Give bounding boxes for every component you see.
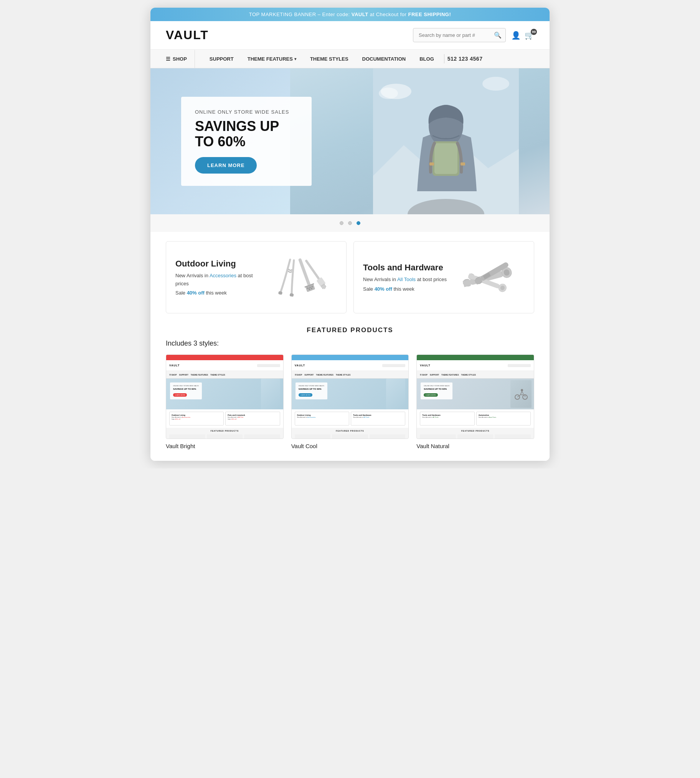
nav-blog[interactable]: BLOG [413,50,441,68]
theme-cool-label: Vault Cool [291,443,409,449]
theme-bright-preview: VAULT ☰ SHOP SUPPORT THEME FEATURES THEM… [166,354,283,439]
search-bar[interactable]: 🔍 [413,28,506,42]
theme-thumb-natural[interactable]: VAULT ☰ SHOP SUPPORT THEME FEATURES THEM… [417,354,534,449]
hero-banner: ONLINE ONLY STORE WIDE SALES SAVINGS UP … [150,68,550,214]
nav-divider [444,54,444,63]
category-tools-image [448,252,525,302]
shop-label: SHOP [173,56,187,62]
banner-code: VAULT [352,12,368,17]
category-cards: Outdoor Living New Arrivals in Accessori… [150,232,550,322]
svg-rect-7 [460,162,465,165]
category-tools-sale: Sale 40% off this week [363,286,448,292]
category-outdoor-title: Outdoor Living [175,259,260,269]
banner-text-suffix: at Checkout for [368,12,408,17]
header-right: 🔍 👤 🛒 99 [413,28,534,42]
nav-support[interactable]: SUPPORT [203,50,241,68]
site-logo: VAULT [166,28,209,42]
nav-phone: 512 123 4567 [447,50,483,68]
carousel-dot-1[interactable] [340,221,343,225]
theme-natural-preview: VAULT ☰ SHOP SUPPORT THEME FEATURES THEM… [417,354,534,439]
category-outdoor-sale: Sale 40% off this week [175,290,260,296]
hero-person-image [373,68,519,214]
theme-bright-label: Vault Bright [166,443,283,449]
theme-cool-preview: VAULT ☰ SHOP SUPPORT THEME FEATURES THEM… [291,354,409,439]
nav-documentation[interactable]: DOCUMENTATION [355,50,413,68]
nav-shop[interactable]: ☰ SHOP [166,50,195,68]
carousel-dot-2[interactable] [348,221,352,225]
cart-badge: 99 [531,29,537,35]
svg-point-9 [379,88,398,99]
category-outdoor-link[interactable]: Accessories [210,273,237,279]
carousel-dots [150,214,550,232]
hero-subtitle: ONLINE ONLY STORE WIDE SALES [195,109,298,115]
account-button[interactable]: 👤 [511,31,521,40]
site-header: VAULT 🔍 👤 🛒 99 [150,21,550,50]
chevron-down-icon: ▾ [294,57,296,61]
featured-title: FEATURED PRODUCTS [166,326,534,334]
banner-free-shipping: FREE SHIPPING! [408,12,451,17]
category-tools-link[interactable]: All Tools [397,277,416,282]
nav-theme-styles[interactable]: THEME STYLES [303,50,355,68]
svg-rect-6 [430,162,434,165]
search-input[interactable] [413,29,490,41]
theme-thumb-cool[interactable]: VAULT ☰ SHOP SUPPORT THEME FEATURES THEM… [291,354,409,449]
search-icon: 🔍 [494,32,502,38]
category-outdoor-image [260,252,337,302]
svg-point-10 [482,77,509,91]
category-tools-text: Tools and Hardware New Arrivals in All T… [363,263,448,292]
nav-theme-features[interactable]: THEME FEATURES ▾ [241,50,303,68]
account-icon: 👤 [511,31,521,40]
theme-natural-label: Vault Natural [417,443,534,449]
search-button[interactable]: 🔍 [490,28,505,42]
hero-title: SAVINGS UP TO 60% [195,119,298,149]
top-marketing-banner: TOP MARKETING BANNER – Enter code: VAULT… [150,8,550,21]
banner-text-prefix: TOP MARKETING BANNER – Enter code: [249,12,352,17]
category-tools-desc: New Arrivals in All Tools at bost prices [363,276,448,284]
category-outdoor-text: Outdoor Living New Arrivals in Accessori… [175,259,260,296]
featured-section: FEATURED PRODUCTS Includes 3 styles: VAU… [150,322,550,461]
main-nav: ☰ SHOP SUPPORT THEME FEATURES ▾ THEME ST… [150,50,550,68]
includes-label: Includes 3 styles: [166,337,534,347]
svg-rect-5 [435,143,457,174]
category-card-outdoor: Outdoor Living New Arrivals in Accessori… [166,241,347,313]
header-icons: 👤 🛒 99 [511,31,534,40]
hero-content: ONLINE ONLY STORE WIDE SALES SAVINGS UP … [181,97,312,185]
theme-thumbnails: VAULT ☰ SHOP SUPPORT THEME FEATURES THEM… [166,354,534,449]
nav-links: SUPPORT THEME FEATURES ▾ THEME STYLES DO… [203,50,534,68]
hero-learn-more-button[interactable]: LEARN MORE [195,157,257,174]
cart-button[interactable]: 🛒 99 [525,31,534,40]
category-card-tools: Tools and Hardware New Arrivals in All T… [353,241,534,313]
category-tools-title: Tools and Hardware [363,263,448,273]
hamburger-icon: ☰ [166,56,170,62]
svg-rect-11 [298,258,312,288]
carousel-dot-3[interactable] [357,221,360,225]
theme-thumb-bright[interactable]: VAULT ☰ SHOP SUPPORT THEME FEATURES THEM… [166,354,283,449]
svg-rect-19 [278,291,282,295]
category-outdoor-desc: New Arrivals in Accessories at bost pric… [175,272,260,288]
svg-rect-20 [289,293,293,297]
browser-window: TOP MARKETING BANNER – Enter code: VAULT… [150,8,550,461]
svg-point-41 [521,389,523,391]
